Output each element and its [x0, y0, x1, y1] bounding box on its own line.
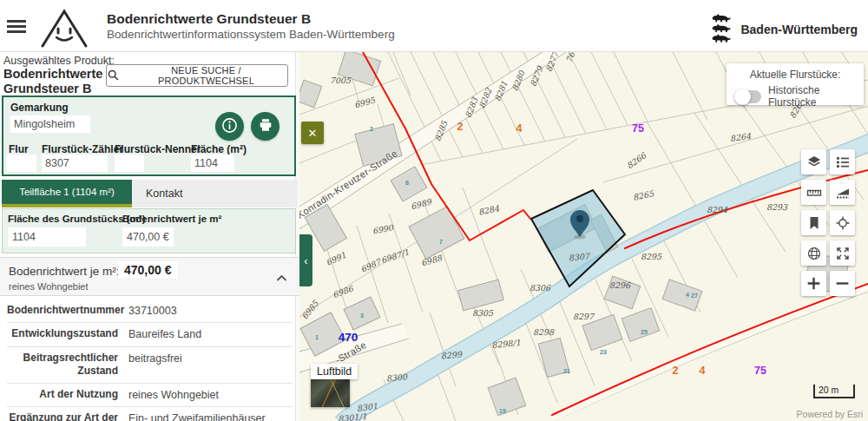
- row-value: beitragsfrei: [118, 352, 293, 378]
- table-row: EntwicklungszustandBaureifes Land: [7, 323, 293, 346]
- accordion-subtitle: reines Wohngebiet: [9, 281, 89, 292]
- search-icon: [107, 69, 120, 83]
- accordion-value: 470,00 €: [118, 261, 178, 279]
- house-logo-icon: [36, 5, 92, 52]
- print-icon: [258, 117, 273, 135]
- accordion-label: Bodenrichtwert je m²:: [9, 265, 120, 278]
- table-row: Bodenrichtwertnummer33710003: [7, 299, 293, 323]
- toggle-label: Historische Flurstücke: [768, 84, 864, 109]
- gemarkung-input[interactable]: [10, 115, 90, 133]
- map-zoom-in-button[interactable]: [801, 271, 826, 296]
- app: Bodenrichtwerte Grundsteuer B Bodenricht…: [0, 0, 868, 421]
- toggle-title: Aktuelle Flurstücke:: [727, 69, 864, 81]
- print-button[interactable]: [251, 112, 279, 141]
- row-label: Art der Nutzung: [7, 388, 118, 402]
- map-bookmark-button[interactable]: [801, 210, 826, 235]
- map-measure-area-button[interactable]: [830, 180, 855, 205]
- richtwert-accordion-header[interactable]: Bodenrichtwert je m²: 470,00 € reines Wo…: [0, 257, 299, 296]
- product-label: Ausgewähltes Produkt:: [3, 55, 115, 67]
- close-panel-button[interactable]: ✕: [301, 122, 324, 144]
- zaehler-label: Flurstück-Zähler: [42, 143, 123, 155]
- close-icon: ✕: [308, 127, 318, 140]
- richtwert-label: Bodenrichtwert je m²: [122, 214, 221, 224]
- fullscreen-icon: [835, 246, 851, 261]
- chevron-left-icon: ‹: [304, 254, 307, 267]
- details-table: Bodenrichtwertnummer33710003Entwicklungs…: [7, 299, 293, 421]
- map-attribution: Powered by Esri: [797, 409, 863, 419]
- row-label: Bodenrichtwertnummer: [7, 304, 118, 318]
- flur-input[interactable]: [7, 155, 36, 172]
- map-legend-button[interactable]: [830, 149, 855, 174]
- table-row: Ergänzung zur Art derEin- und Zweifamili…: [7, 407, 293, 421]
- basemap-selector[interactable]: Luftbild: [311, 363, 358, 407]
- locate-icon: [835, 215, 851, 231]
- row-value: Baureifes Land: [118, 327, 293, 341]
- page-subtitle: Bodenrichtwertinformationssystem Baden-W…: [107, 28, 395, 41]
- layers-icon: [806, 155, 822, 170]
- nenner-label: Flurstück-Nenner: [115, 143, 201, 155]
- flaeche-input[interactable]: [191, 155, 234, 172]
- map-globe-button[interactable]: [801, 240, 826, 266]
- product-name: Bodenrichtwerte Grundsteuer B: [3, 67, 106, 95]
- bw-coat-of-arms-icon: [709, 12, 733, 47]
- parcel-form-panel: Gemarkung: [2, 95, 296, 176]
- aerial-thumbnail[interactable]: [311, 379, 350, 407]
- row-label: Beitragsrechtlicher Zustand: [7, 352, 118, 378]
- bookmark-icon: [806, 215, 822, 231]
- map-layers-button[interactable]: [801, 149, 826, 174]
- globe-icon: [806, 246, 822, 261]
- new-search-button[interactable]: NEUE SUCHE / PRODUKTWECHSEL: [106, 64, 288, 87]
- gemarkung-label: Gemarkung: [10, 102, 69, 114]
- new-search-label: NEUE SUCHE / PRODUKTWECHSEL: [125, 65, 287, 86]
- table-row: Beitragsrechtlicher Zustandbeitragsfrei: [7, 347, 293, 384]
- zaehler-input[interactable]: [42, 155, 108, 172]
- tab-kontakt[interactable]: Kontakt: [132, 180, 298, 207]
- collapse-sidebar-button[interactable]: ‹: [299, 234, 312, 286]
- measure-area-icon: [835, 185, 851, 201]
- nenner-input[interactable]: [115, 155, 144, 172]
- zoom-out-icon: [834, 275, 851, 292]
- measure-distance-icon: [806, 185, 822, 201]
- map-measure-distance-button[interactable]: [801, 180, 826, 205]
- flur-label: Flur: [9, 143, 29, 155]
- map[interactable]: 7005699582858283828282818280827982777682…: [299, 52, 868, 421]
- tabs: Teilfläche 1 (1104 m²) Kontakt: [2, 180, 298, 207]
- row-label: Ergänzung zur Art der: [7, 411, 118, 421]
- brand: Baden-Württemberg: [709, 12, 858, 47]
- page-title: Bodenrichtwerte Grundsteuer B: [107, 11, 311, 27]
- header: Bodenrichtwerte Grundsteuer B Bodenricht…: [0, 0, 868, 52]
- menu-button[interactable]: [7, 20, 26, 34]
- info-button[interactable]: [215, 112, 244, 141]
- scale-bar: 20 m: [813, 385, 855, 398]
- tab-teilflaeche-1[interactable]: Teilfläche 1 (1104 m²): [2, 180, 132, 207]
- scale-label: 20 m: [819, 385, 838, 395]
- row-value: reines Wohngebiet: [118, 388, 293, 402]
- brand-name: Baden-Württemberg: [740, 23, 858, 36]
- zoom-in-icon: [806, 275, 822, 292]
- info-icon: [221, 117, 238, 136]
- grundstueck-value: 1104: [8, 227, 86, 247]
- legend-icon: [835, 155, 851, 170]
- row-label: Entwicklungszustand: [7, 327, 118, 341]
- map-fullscreen-button[interactable]: [830, 240, 855, 266]
- teilflaeche-panel: Fläche des Grundstücks (m²) Bodenrichtwe…: [2, 208, 296, 253]
- map-zoom-out-button[interactable]: [830, 271, 855, 296]
- row-value: Ein- und Zweifamilienhäuser: [118, 411, 293, 421]
- historische-flurstuecke-toggle[interactable]: [735, 90, 761, 103]
- flurstueck-toggle-panel: Aktuelle Flurstücke: Historische Flurstü…: [727, 63, 864, 105]
- table-row: Art der Nutzungreines Wohngebiet: [7, 384, 293, 407]
- flaeche-label: Fläche (m²): [191, 143, 247, 155]
- chevron-up-icon[interactable]: [276, 270, 287, 286]
- richtwert-value: 470,00 €: [122, 227, 174, 247]
- row-value: 33710003: [118, 304, 293, 318]
- sidebar: Ausgewähltes Produkt: Bodenrichtwerte Gr…: [0, 52, 299, 421]
- map-locate-button[interactable]: [830, 210, 855, 235]
- basemap-label: Luftbild: [311, 364, 358, 379]
